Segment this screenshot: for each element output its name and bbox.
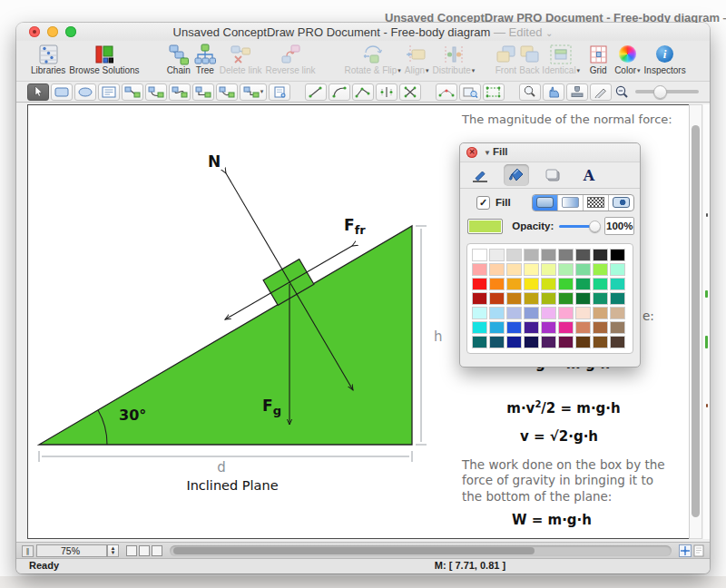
doc-paragraph[interactable]: The work done on the box by the force of… [462,457,672,505]
direct-connector-tool-button[interactable] [122,83,143,101]
toolbar-button-front[interactable]: Front [495,43,516,76]
opacity-slider[interactable] [559,220,599,232]
picture-fill-segment[interactable] [608,195,633,211]
color-swatch[interactable] [593,321,608,334]
color-swatch[interactable] [472,263,487,276]
fill-panel-header[interactable]: ✕ ▼Fill [460,143,640,162]
bezier-connector-tool-button[interactable] [169,83,191,101]
fill-color-well[interactable] [467,219,503,234]
curved-connector-tool-button[interactable] [216,83,238,101]
color-swatch[interactable] [575,307,591,319]
color-swatch[interactable] [558,292,574,305]
pan-tool-button[interactable] [543,83,564,101]
color-swatch[interactable] [558,336,574,348]
color-swatch[interactable] [489,278,505,290]
color-swatch[interactable] [524,263,539,276]
color-swatch[interactable] [472,336,487,348]
color-swatch[interactable] [610,321,625,334]
color-swatch[interactable] [541,307,556,319]
base-label[interactable]: d [217,459,226,475]
page-view-button-1[interactable] [126,545,137,556]
close-panel-button[interactable]: ✕ [466,147,477,158]
color-swatch[interactable] [524,336,539,348]
drawing-canvas[interactable]: h d 30° N Ffr [27,104,690,539]
page-view-button-2[interactable] [139,545,150,556]
color-swatch[interactable] [610,278,625,290]
rounded-connector-tool-button[interactable] [192,83,214,101]
color-swatch[interactable] [489,292,505,305]
color-swatch[interactable] [575,278,591,290]
vertical-scrollbar-thumb[interactable] [692,125,700,517]
color-swatch[interactable] [593,307,608,319]
color-swatch[interactable] [558,263,574,276]
color-swatch[interactable] [610,263,625,276]
color-swatch[interactable] [506,321,522,334]
doc-heading[interactable]: The magnitude of the normal force: [462,113,672,126]
pane-splitter-handle[interactable]: ∥ [22,545,34,557]
marquee-tool-button[interactable] [483,83,505,101]
toolbar-button-reverse-link[interactable]: Reverse link [265,43,315,76]
vertical-scrollbar[interactable] [689,104,702,539]
toolbar-button-rotate-flip[interactable]: Rotate & Flip▾ [345,43,401,76]
fill-tab[interactable] [504,164,529,186]
opacity-value[interactable]: 100% [604,217,634,235]
color-swatch[interactable] [575,263,591,276]
reshape-tool-button[interactable] [436,83,457,101]
toolbar-button-grid[interactable]: Grid [587,43,609,76]
color-swatch[interactable] [575,249,591,261]
insert-object-tool-button[interactable] [269,83,290,101]
arc-tool-button[interactable] [329,83,350,101]
toolbar-button-delete-link[interactable]: Delete link [220,43,262,76]
color-swatch[interactable] [558,249,574,261]
color-swatch[interactable] [506,292,522,305]
color-swatch[interactable] [472,292,487,305]
color-swatch[interactable] [524,278,539,290]
rectangle-tool-button[interactable] [51,83,73,101]
toolbar-button-color[interactable]: Color▾ [614,43,640,76]
pan-compass-icon[interactable] [679,544,692,557]
chain-connector-tool-button[interactable]: ▾ [240,83,267,101]
pencil-tool-button[interactable] [590,83,612,101]
diagram-caption[interactable]: Inclined Plane [186,478,278,493]
free-body-diagram[interactable]: h d 30° N Ffr [28,105,455,505]
color-swatch[interactable] [593,336,608,348]
pattern-fill-segment[interactable] [583,195,608,211]
page-view-button-3[interactable] [152,545,162,556]
horizontal-scrollbar-thumb[interactable] [173,547,535,554]
color-swatch[interactable] [610,292,625,305]
color-swatch[interactable] [524,321,539,334]
color-swatch[interactable] [489,336,505,348]
color-swatch[interactable] [472,321,487,334]
color-swatch[interactable] [524,292,539,305]
color-swatch[interactable] [541,278,556,290]
color-swatch[interactable] [575,292,591,305]
color-swatch[interactable] [472,249,487,261]
toolbar-button-identical[interactable]: Identical▾ [542,43,580,76]
color-swatch[interactable] [489,321,505,334]
toolbar-button-browse-solutions[interactable]: Browse Solutions [69,43,139,76]
color-swatch[interactable] [541,263,556,276]
doc-equation-1[interactable]: m·v2/2 = m·g·h [464,399,663,416]
height-label[interactable]: h [434,328,443,345]
color-swatch[interactable] [524,249,539,261]
normal-force-label[interactable]: N [208,152,221,171]
color-swatch[interactable] [472,278,487,290]
page-outline-icon[interactable] [693,544,704,557]
toolbar-button-distribute[interactable]: Distribute▾ [433,43,476,76]
zoom-slider[interactable] [635,90,699,93]
color-swatch[interactable] [558,321,574,334]
angle-label[interactable]: 30° [119,407,146,424]
zoom-stepper[interactable]: ▲▼ [107,544,119,557]
color-swatch[interactable] [489,307,505,319]
toolbar-button-chain[interactable]: Chain [167,43,191,76]
color-swatch[interactable] [524,307,539,319]
color-swatch[interactable] [575,336,591,348]
color-swatch[interactable] [610,336,625,348]
doc-equation-3[interactable]: W = m·g·h [452,512,652,528]
color-swatch[interactable] [489,249,505,261]
color-swatch[interactable] [610,249,625,261]
color-swatch[interactable] [558,278,574,290]
color-swatch[interactable] [593,278,608,290]
arc-connector-tool-button[interactable] [145,83,167,101]
ellipse-tool-button[interactable] [74,83,96,101]
